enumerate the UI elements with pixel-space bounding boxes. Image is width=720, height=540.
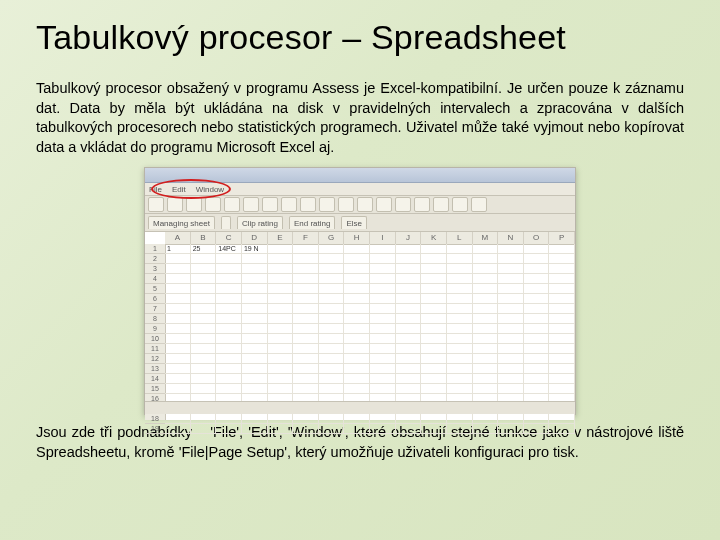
cell	[216, 294, 242, 303]
cell	[319, 424, 345, 433]
table-row	[165, 264, 575, 274]
cell	[268, 314, 294, 323]
cell	[447, 284, 473, 293]
cell	[498, 264, 524, 273]
cell	[549, 414, 575, 423]
table-row	[165, 294, 575, 304]
cell	[370, 324, 396, 333]
cell	[242, 274, 268, 283]
cell	[498, 324, 524, 333]
cell	[473, 374, 499, 383]
cell	[549, 294, 575, 303]
cell	[293, 314, 319, 323]
cell	[421, 274, 447, 283]
cell	[524, 294, 550, 303]
cell	[165, 324, 191, 333]
cell	[319, 334, 345, 343]
statusbar	[145, 401, 575, 414]
cell	[498, 384, 524, 393]
cell	[447, 344, 473, 353]
cell	[473, 414, 499, 423]
row-header: 11	[145, 344, 165, 354]
cell	[344, 344, 370, 353]
cell	[242, 254, 268, 263]
cell	[421, 374, 447, 383]
cell-area: 12514PC19 N	[165, 244, 575, 420]
cell	[396, 274, 422, 283]
cell	[524, 334, 550, 343]
cell: 14PC	[216, 244, 242, 253]
cell	[396, 414, 422, 423]
cell	[242, 264, 268, 273]
row-header: 9	[145, 324, 165, 334]
table-row	[165, 344, 575, 354]
col-header: G	[319, 232, 345, 244]
cell	[549, 264, 575, 273]
cell	[447, 414, 473, 423]
row-header: 12	[145, 354, 165, 364]
cell	[165, 414, 191, 423]
cell	[242, 364, 268, 373]
cell	[498, 274, 524, 283]
cell	[549, 254, 575, 263]
cell	[242, 294, 268, 303]
cell	[319, 384, 345, 393]
cell	[549, 244, 575, 253]
cell	[319, 274, 345, 283]
tab-end: End rating	[289, 216, 335, 229]
col-header: B	[191, 232, 217, 244]
cell	[242, 304, 268, 313]
toolbar-btn	[300, 197, 316, 212]
cell	[344, 334, 370, 343]
cell	[216, 354, 242, 363]
table-row: 12514PC19 N	[165, 244, 575, 254]
cell	[473, 294, 499, 303]
col-header: D	[242, 232, 268, 244]
tab-blank	[221, 216, 231, 229]
cell	[293, 364, 319, 373]
cell	[191, 354, 217, 363]
cell	[370, 264, 396, 273]
cell	[344, 384, 370, 393]
cell	[396, 254, 422, 263]
cell	[268, 324, 294, 333]
cell: 25	[191, 244, 217, 253]
col-header: O	[524, 232, 550, 244]
cell	[319, 414, 345, 423]
cell	[191, 374, 217, 383]
cell	[524, 374, 550, 383]
cell	[396, 304, 422, 313]
toolbar-btn	[281, 197, 297, 212]
cell	[421, 304, 447, 313]
cell	[549, 424, 575, 433]
cell	[268, 414, 294, 423]
cell	[191, 254, 217, 263]
cell	[191, 424, 217, 433]
cell	[191, 414, 217, 423]
cell	[293, 324, 319, 333]
cell	[242, 424, 268, 433]
cell	[447, 314, 473, 323]
row-header: 13	[145, 364, 165, 374]
col-header: C	[216, 232, 242, 244]
cell	[165, 304, 191, 313]
cell	[319, 284, 345, 293]
cell: 19 N	[242, 244, 268, 253]
cell	[549, 344, 575, 353]
row-header: 2	[145, 254, 165, 264]
cell	[370, 344, 396, 353]
row-header: 19	[145, 424, 165, 434]
cell	[268, 244, 294, 253]
cell	[396, 284, 422, 293]
row-header: 5	[145, 284, 165, 294]
col-header: J	[396, 232, 422, 244]
cell	[421, 264, 447, 273]
tab-clip: Clip rating	[237, 216, 283, 229]
cell	[421, 324, 447, 333]
col-header: E	[268, 232, 294, 244]
cell	[319, 364, 345, 373]
toolbar-btn	[186, 197, 202, 212]
menu-file: File	[149, 185, 162, 194]
cell	[421, 414, 447, 423]
cell	[370, 304, 396, 313]
